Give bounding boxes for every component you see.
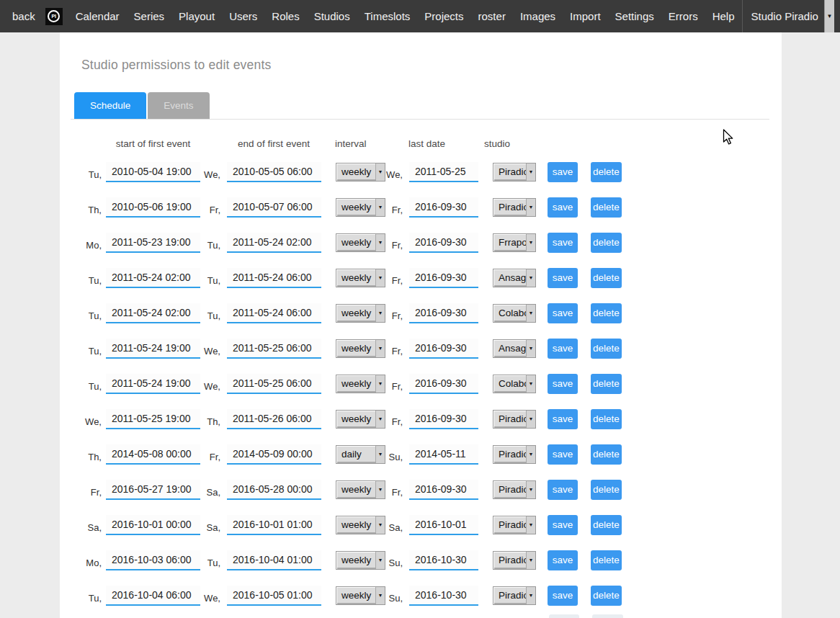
end-datetime-input[interactable] [227, 162, 321, 182]
delete-button[interactable]: delete [591, 268, 622, 288]
nav-item-projects[interactable]: Projects [417, 10, 470, 22]
studio-select[interactable]: Piradio ▼ [493, 551, 536, 570]
start-datetime-input[interactable] [106, 444, 200, 465]
nav-item-settings[interactable]: Settings [608, 10, 661, 22]
start-datetime-input[interactable] [106, 374, 200, 394]
chevron-down-icon[interactable]: ▼ [375, 234, 385, 251]
last-date-input[interactable] [409, 409, 478, 429]
nav-item-series[interactable]: Series [127, 10, 172, 22]
chevron-down-icon[interactable]: ▼ [375, 340, 385, 357]
chevron-down-icon[interactable]: ▼ [526, 269, 535, 287]
end-datetime-input[interactable] [227, 444, 321, 465]
delete-button[interactable]: delete [591, 303, 622, 323]
save-button[interactable]: save [548, 233, 578, 253]
delete-button[interactable]: delete [591, 586, 622, 606]
nav-item-calendar[interactable]: Calendar [68, 10, 127, 22]
studio-select[interactable]: Piradio ▼ [493, 480, 536, 499]
save-button[interactable]: save [548, 197, 578, 218]
last-date-input[interactable] [409, 268, 478, 288]
project-select[interactable]: Project 88vier ▼ [834, 0, 840, 32]
start-datetime-input[interactable] [106, 409, 200, 429]
nav-item-studios[interactable]: Studios [307, 10, 357, 22]
start-datetime-input[interactable] [106, 162, 200, 182]
end-datetime-input[interactable] [227, 374, 321, 394]
delete-button[interactable]: delete [591, 480, 622, 500]
studio-select[interactable]: Piradio ▼ [493, 586, 536, 605]
chevron-down-icon[interactable]: ▼ [375, 411, 385, 428]
chevron-down-icon[interactable]: ▼ [375, 587, 385, 604]
chevron-down-icon[interactable]: ▼ [526, 375, 535, 393]
interval-select[interactable]: weekly ▼ [336, 375, 385, 393]
nav-item-import[interactable]: Import [563, 10, 608, 22]
start-datetime-input[interactable] [106, 550, 200, 570]
tab-schedule[interactable]: Schedule [74, 92, 146, 119]
chevron-down-icon[interactable]: ▼ [375, 552, 385, 569]
nav-item-users[interactable]: Users [222, 10, 264, 22]
nav-back-link[interactable]: back [0, 10, 44, 22]
interval-select[interactable]: weekly ▼ [336, 586, 385, 605]
save-button[interactable]: save [548, 586, 578, 606]
interval-select[interactable]: weekly ▼ [336, 163, 385, 182]
save-button[interactable]: save [548, 374, 578, 394]
start-datetime-input[interactable] [106, 197, 200, 218]
interval-select[interactable]: weekly ▼ [336, 480, 385, 499]
chevron-down-icon[interactable]: ▼ [375, 199, 385, 216]
end-datetime-input[interactable] [227, 303, 321, 323]
start-datetime-input[interactable] [106, 303, 200, 323]
chevron-down-icon[interactable]: ▼ [375, 269, 385, 287]
last-date-input[interactable] [409, 303, 478, 323]
delete-button[interactable]: delete [591, 515, 622, 535]
start-datetime-input[interactable] [106, 339, 200, 359]
interval-select[interactable]: weekly ▼ [336, 516, 385, 534]
end-datetime-input[interactable] [227, 550, 321, 570]
partial-delete-button[interactable] [592, 614, 623, 618]
chevron-down-icon[interactable]: ▼ [526, 199, 535, 216]
chevron-down-icon[interactable]: ▼ [526, 411, 535, 428]
chevron-down-icon[interactable]: ▼ [375, 375, 385, 393]
chevron-down-icon[interactable]: ▼ [526, 164, 535, 181]
studio-select[interactable]: Colabo ▼ [493, 375, 536, 393]
studio-select[interactable]: Frrapo ▼ [493, 233, 536, 252]
save-button[interactable]: save [548, 515, 578, 535]
chevron-down-icon[interactable]: ▼ [824, 0, 834, 32]
start-datetime-input[interactable] [106, 268, 200, 288]
last-date-input[interactable] [409, 480, 478, 500]
end-datetime-input[interactable] [227, 268, 321, 288]
partial-save-button[interactable] [549, 614, 579, 618]
nav-item-timeslots[interactable]: Timeslots [357, 10, 418, 22]
studio-select[interactable]: Piradio ▼ [493, 163, 536, 182]
save-button[interactable]: save [548, 303, 578, 323]
chevron-down-icon[interactable]: ▼ [526, 305, 535, 322]
start-datetime-input[interactable] [106, 586, 200, 606]
last-date-input[interactable] [409, 586, 478, 606]
delete-button[interactable]: delete [591, 550, 622, 570]
delete-button[interactable]: delete [591, 233, 622, 253]
chevron-down-icon[interactable]: ▼ [375, 164, 385, 181]
delete-button[interactable]: delete [591, 162, 622, 182]
end-datetime-input[interactable] [227, 586, 321, 606]
delete-button[interactable]: delete [591, 339, 622, 359]
end-datetime-input[interactable] [227, 409, 321, 429]
interval-select[interactable]: weekly ▼ [336, 551, 385, 570]
chevron-down-icon[interactable]: ▼ [526, 234, 535, 251]
interval-select[interactable]: weekly ▼ [336, 233, 385, 252]
nav-item-roster[interactable]: roster [471, 10, 513, 22]
chevron-down-icon[interactable]: ▼ [375, 305, 385, 322]
end-datetime-input[interactable] [227, 515, 321, 535]
nav-item-help[interactable]: Help [705, 10, 742, 22]
chevron-down-icon[interactable]: ▼ [526, 446, 535, 463]
last-date-input[interactable] [409, 233, 478, 253]
interval-select[interactable]: weekly ▼ [336, 410, 385, 429]
studio-select[interactable]: Studio Piradio ▼ [742, 0, 834, 32]
chevron-down-icon[interactable]: ▼ [526, 340, 535, 357]
end-datetime-input[interactable] [227, 197, 321, 218]
save-button[interactable]: save [548, 409, 578, 429]
delete-button[interactable]: delete [591, 374, 622, 394]
nav-item-playout[interactable]: Playout [171, 10, 222, 22]
last-date-input[interactable] [409, 515, 478, 535]
start-datetime-input[interactable] [106, 233, 200, 253]
delete-button[interactable]: delete [591, 444, 622, 465]
chevron-down-icon[interactable]: ▼ [526, 481, 535, 498]
chevron-down-icon[interactable]: ▼ [375, 481, 385, 498]
chevron-down-icon[interactable]: ▼ [375, 516, 385, 534]
